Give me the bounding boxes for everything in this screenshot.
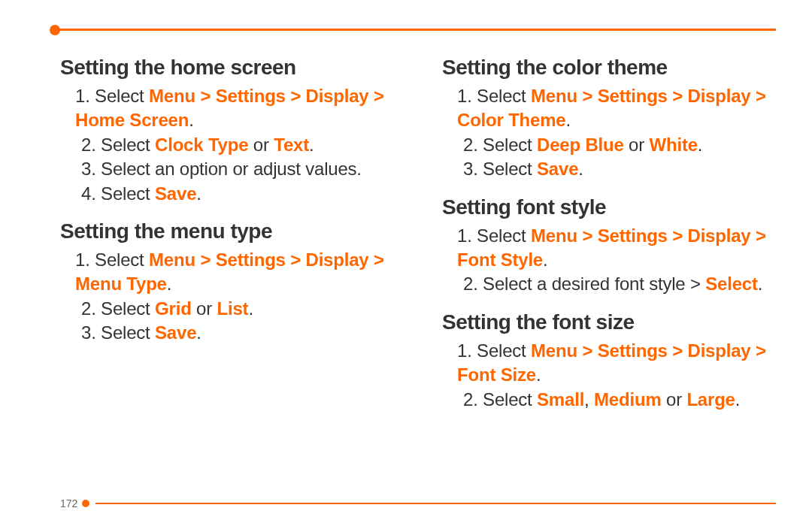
- step-1: 1. Select Menu > Settings > Display > Fo…: [442, 224, 776, 273]
- step-2: 2. Select Deep Blue or White.: [442, 133, 776, 157]
- footer-rule-dot: [82, 500, 89, 507]
- section-heading: Setting the font size: [442, 310, 776, 334]
- step-1: 1. Select Menu > Settings > Display > Me…: [60, 248, 394, 297]
- section-color-theme: Setting the color theme 1. Select Menu >…: [442, 56, 776, 182]
- header-rule: [54, 29, 776, 31]
- step-3: 3. Select an option or adjust values.: [60, 157, 394, 181]
- section-home-screen: Setting the home screen 1. Select Menu >…: [60, 56, 394, 206]
- section-heading: Setting the color theme: [442, 56, 776, 80]
- step-1: 1. Select Menu > Settings > Display > Fo…: [442, 339, 776, 388]
- section-heading: Setting font style: [442, 195, 776, 219]
- page-number: 172: [60, 497, 77, 509]
- section-heading: Setting the menu type: [60, 219, 394, 243]
- content-columns: Setting the home screen 1. Select Menu >…: [60, 56, 776, 412]
- step-2: 2. Select a desired font style > Select.: [442, 272, 776, 296]
- footer-rule: [95, 503, 776, 504]
- step-2: 2. Select Clock Type or Text.: [60, 133, 394, 157]
- step-1: 1. Select Menu > Settings > Display > Ho…: [60, 84, 394, 133]
- step-1: 1. Select Menu > Settings > Display > Co…: [442, 84, 776, 133]
- left-column: Setting the home screen 1. Select Menu >…: [60, 56, 394, 412]
- section-font-size: Setting the font size 1. Select Menu > S…: [442, 310, 776, 412]
- page-footer: 172: [60, 497, 776, 509]
- header-rule-dot: [50, 25, 60, 35]
- section-menu-type: Setting the menu type 1. Select Menu > S…: [60, 219, 394, 346]
- step-3: 3. Select Save.: [60, 321, 394, 345]
- section-font-style: Setting font style 1. Select Menu > Sett…: [442, 195, 776, 297]
- right-column: Setting the color theme 1. Select Menu >…: [442, 56, 776, 412]
- step-4: 4. Select Save.: [60, 182, 394, 206]
- step-2: 2. Select Grid or List.: [60, 297, 394, 321]
- section-heading: Setting the home screen: [60, 56, 394, 80]
- step-2: 2. Select Small, Medium or Large.: [442, 388, 776, 412]
- step-3: 3. Select Save.: [442, 157, 776, 181]
